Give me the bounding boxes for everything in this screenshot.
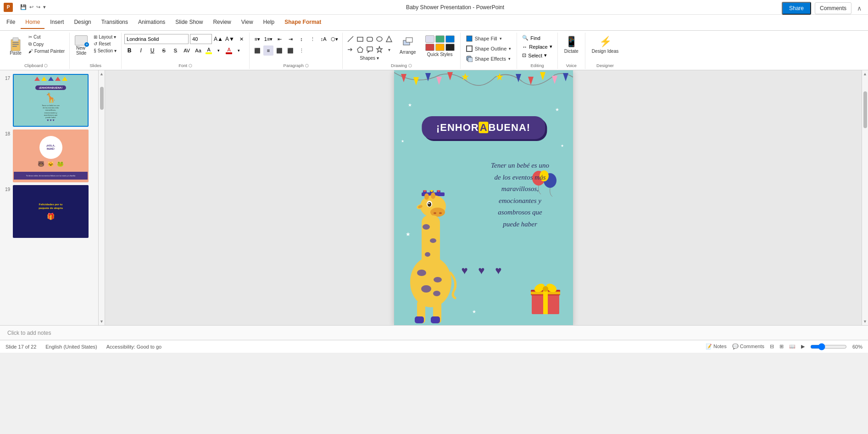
drawing-expand-icon[interactable]: ⬡ xyxy=(408,63,412,68)
new-slide-button[interactable]: + NewSlide xyxy=(72,34,90,57)
font-family-input[interactable] xyxy=(124,34,189,44)
shapes-label[interactable]: Shapes ▾ xyxy=(360,56,379,61)
align-left-button[interactable]: ⬛ xyxy=(252,45,262,56)
undo-button[interactable]: ↩ xyxy=(29,4,33,10)
select-button[interactable]: ⊡ Select ▾ xyxy=(520,51,549,59)
line-spacing-button[interactable]: ↕ xyxy=(296,34,306,44)
arrange-button[interactable]: Arrange xyxy=(396,34,420,56)
shape-effects-button[interactable]: Shape Effects ▾ xyxy=(463,54,513,63)
shape-callout[interactable] xyxy=(365,45,375,55)
text-shadow-button[interactable]: S xyxy=(170,45,180,56)
justify-button[interactable]: ⬛ xyxy=(285,45,295,56)
notes-bar[interactable]: Click to add notes xyxy=(0,325,868,340)
paste-button[interactable]: Paste xyxy=(6,34,26,57)
layout-button[interactable]: ⊞ Layout ▾ xyxy=(92,34,118,40)
tab-slideshow[interactable]: Slide Show xyxy=(171,16,207,29)
shape-arrow[interactable] xyxy=(345,45,356,55)
replace-button[interactable]: ↔ Replace ▾ xyxy=(520,43,554,51)
clear-formatting-button[interactable]: ✕ xyxy=(236,34,246,44)
highlight-dropdown-button[interactable]: ▾ xyxy=(213,45,223,56)
reset-button[interactable]: ↺ Reset xyxy=(92,41,118,47)
shape-fill-dropdown[interactable]: ▾ xyxy=(500,36,502,41)
view-slidesorter-button[interactable]: ⊞ xyxy=(779,344,784,349)
bullets-button[interactable]: ≡▾ xyxy=(252,34,262,44)
numbering-button[interactable]: 1≡▾ xyxy=(263,34,273,44)
view-slideshow-button[interactable]: ▶ xyxy=(801,344,805,349)
zoom-slider[interactable] xyxy=(810,343,847,350)
increase-font-button[interactable]: A▲ xyxy=(213,34,223,44)
strikethrough-button[interactable]: S xyxy=(159,45,169,56)
share-button[interactable]: Share xyxy=(782,2,811,15)
font-size-input[interactable] xyxy=(190,34,212,44)
design-ideas-button[interactable]: ⚡ Design Ideas xyxy=(588,34,622,56)
cut-button[interactable]: ✂ Cut xyxy=(27,34,67,40)
underline-button[interactable]: U xyxy=(147,45,157,56)
decrease-indent-button[interactable]: ⇤ xyxy=(274,34,284,44)
shape-outline-button[interactable]: Shape Outline ▾ xyxy=(463,44,514,53)
font-expand-icon[interactable]: ⬡ xyxy=(189,63,192,68)
shape-triangle[interactable] xyxy=(384,34,394,44)
tab-home[interactable]: Home xyxy=(21,16,45,29)
shape-rect[interactable] xyxy=(355,34,365,44)
shape-fill-button[interactable]: Shape Fill ▾ xyxy=(463,34,505,43)
canvas-scroll-thumb[interactable] xyxy=(863,91,867,128)
redo-button[interactable]: ↪ xyxy=(36,4,40,10)
save-button[interactable]: 💾 xyxy=(20,4,27,10)
slide-19-thumbnail[interactable]: Felicidades por tupaquete de alegría 🎁 xyxy=(13,185,89,238)
shape-effects-dropdown[interactable]: ▾ xyxy=(508,56,511,61)
convert-smartart-button[interactable]: ⬡▾ xyxy=(329,34,339,44)
text-columns-button[interactable]: ⋮ xyxy=(296,45,306,56)
shape-outline-dropdown[interactable]: ▾ xyxy=(509,46,511,51)
shape-rounded-rect[interactable] xyxy=(365,34,375,44)
italic-button[interactable]: I xyxy=(136,45,146,56)
section-button[interactable]: § Section ▾ xyxy=(92,48,118,54)
tab-file[interactable]: File xyxy=(2,16,20,29)
slide-18-thumbnail[interactable]: ¡HOLA,BEBÉ! 🐻🐱🐸 Te deseo miles de moment… xyxy=(13,130,89,182)
comments-status-button[interactable]: 💬 Comments xyxy=(732,344,764,349)
notes-button[interactable]: 📝 Notes xyxy=(706,344,727,349)
character-spacing-button[interactable]: AV xyxy=(182,45,192,56)
change-case-button[interactable]: Aa xyxy=(193,45,203,56)
copy-button[interactable]: ⧉ Copy xyxy=(27,41,67,47)
highlight-color-button[interactable]: A xyxy=(206,47,212,54)
tab-transitions[interactable]: Transitions xyxy=(97,16,133,29)
tab-design[interactable]: Design xyxy=(69,16,95,29)
align-right-button[interactable]: ⬛ xyxy=(274,45,284,56)
dictate-button[interactable]: 📱 Dictate xyxy=(561,34,582,56)
view-normal-button[interactable]: ⊟ xyxy=(770,344,774,349)
scroll-up-button[interactable]: ▲ xyxy=(98,70,105,78)
quick-styles-button[interactable]: Quick Styles xyxy=(423,34,457,58)
align-center-button[interactable]: ≡ xyxy=(263,45,273,56)
columns-button[interactable]: ⋮ xyxy=(307,34,317,44)
canvas-area[interactable]: ★ ★ ★ ★ ★ ★ ★ ★ ★ ¡ENHORABUENA! xyxy=(105,70,862,325)
tab-view[interactable]: View xyxy=(237,16,258,29)
tab-insert[interactable]: Insert xyxy=(45,16,68,29)
main-slide-canvas[interactable]: ★ ★ ★ ★ ★ ★ ★ ★ ★ ¡ENHORABUENA! xyxy=(394,70,573,325)
ribbon-expand-button[interactable]: ∧ xyxy=(855,3,863,14)
scroll-thumb[interactable] xyxy=(100,87,104,110)
font-color-button[interactable]: A xyxy=(226,47,232,54)
increase-indent-button[interactable]: ⇥ xyxy=(285,34,295,44)
slide-17-thumbnail[interactable]: ¡ENHORABUENA! 🦒 Tener un bebé es unode l… xyxy=(13,74,89,127)
canvas-scroll-up[interactable]: ▲ xyxy=(862,70,868,78)
scroll-down-button[interactable]: ▼ xyxy=(98,318,105,325)
canvas-scroll-down[interactable]: ▼ xyxy=(862,318,868,325)
shape-pentagon[interactable] xyxy=(355,45,365,55)
decrease-font-button[interactable]: A▼ xyxy=(225,34,235,44)
view-reading-button[interactable]: 📖 xyxy=(789,344,796,349)
shape-line[interactable] xyxy=(345,34,356,44)
paragraph-expand-icon[interactable]: ⬡ xyxy=(305,63,309,68)
font-color-dropdown-button[interactable]: ▾ xyxy=(234,45,244,56)
tab-review[interactable]: Review xyxy=(208,16,235,29)
clipboard-expand-icon[interactable]: ⬡ xyxy=(44,63,48,68)
shape-oval[interactable] xyxy=(374,34,384,44)
shape-star[interactable] xyxy=(374,45,384,55)
bold-button[interactable]: B xyxy=(124,45,134,56)
shape-more[interactable]: ▾ xyxy=(384,45,394,55)
tab-shape-format[interactable]: Shape Format xyxy=(280,16,326,29)
find-button[interactable]: 🔍 Find xyxy=(520,34,542,42)
text-direction-button[interactable]: ↕A xyxy=(318,34,328,44)
tab-help[interactable]: Help xyxy=(259,16,279,29)
comments-button[interactable]: Comments xyxy=(815,2,851,14)
tab-animations[interactable]: Animations xyxy=(134,16,170,29)
